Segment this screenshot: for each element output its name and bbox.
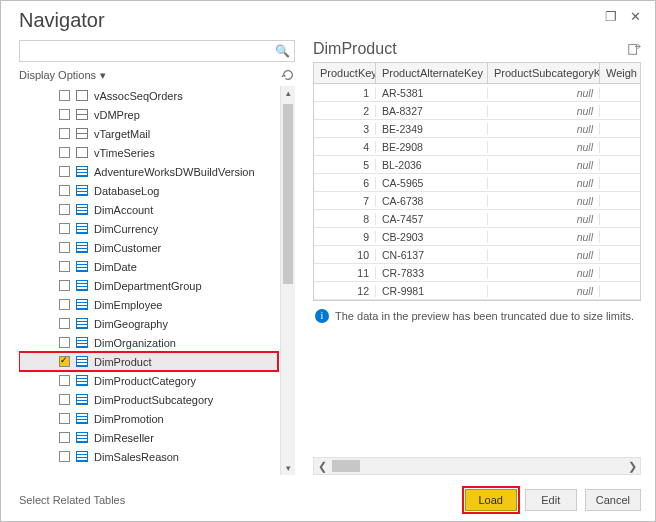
vertical-scrollbar[interactable]: ▴ ▾ xyxy=(280,86,295,475)
table-row[interactable]: 8CA-7457null xyxy=(314,210,640,228)
refresh-icon[interactable] xyxy=(281,68,295,82)
cell: null xyxy=(488,213,600,225)
tree-item[interactable]: DatabaseLog xyxy=(19,181,278,200)
dialog-body: 🔍 Display Options ▾ vAssocSeqOrdersvDMPr… xyxy=(1,34,655,481)
cell: BL-2036 xyxy=(376,159,488,171)
export-icon[interactable] xyxy=(627,42,641,56)
scroll-right-icon[interactable]: ❯ xyxy=(624,458,640,474)
tree-item[interactable]: DimProductSubcategory xyxy=(19,390,278,409)
tree-item[interactable]: vTimeSeries xyxy=(19,143,278,162)
checkbox[interactable] xyxy=(59,147,70,158)
checkbox[interactable] xyxy=(59,337,70,348)
table-row[interactable]: 5BL-2036null xyxy=(314,156,640,174)
cell: null xyxy=(488,285,600,297)
checkbox[interactable] xyxy=(59,451,70,462)
search-box[interactable]: 🔍 xyxy=(19,40,295,62)
cell: null xyxy=(488,267,600,279)
search-icon[interactable]: 🔍 xyxy=(275,44,290,58)
tree-item[interactable]: DimDate xyxy=(19,257,278,276)
navigator-dialog: Navigator ❐ ✕ 🔍 Display Options ▾ vAssoc… xyxy=(0,0,656,522)
checkbox[interactable] xyxy=(59,432,70,443)
checkbox[interactable] xyxy=(59,356,70,367)
table-icon xyxy=(76,261,88,272)
scroll-thumb[interactable] xyxy=(332,460,360,472)
table-row[interactable]: 12CR-9981null xyxy=(314,282,640,300)
tree-item[interactable]: vTargetMail xyxy=(19,124,278,143)
table-row[interactable]: 11CR-7833null xyxy=(314,264,640,282)
edit-button[interactable]: Edit xyxy=(525,489,577,511)
column-header[interactable]: ProductSubcategoryKey xyxy=(488,63,600,83)
tree-item-label: DimCustomer xyxy=(94,242,161,254)
tree-item[interactable]: DimOrganization xyxy=(19,333,278,352)
table-icon xyxy=(76,242,88,253)
tree-item-label: DimAccount xyxy=(94,204,153,216)
checkbox[interactable] xyxy=(59,109,70,120)
tree-item-label: DimOrganization xyxy=(94,337,176,349)
tree-item[interactable]: DimCustomer xyxy=(19,238,278,257)
tree-item[interactable]: vDMPrep xyxy=(19,105,278,124)
close-icon[interactable]: ✕ xyxy=(623,9,647,24)
cancel-button[interactable]: Cancel xyxy=(585,489,641,511)
display-options-dropdown[interactable]: Display Options ▾ xyxy=(19,62,295,86)
table-row[interactable]: 7CA-6738null xyxy=(314,192,640,210)
tree-item[interactable]: AdventureWorksDWBuildVersion xyxy=(19,162,278,181)
tree-item[interactable]: DimReseller xyxy=(19,428,278,447)
checkbox[interactable] xyxy=(59,90,70,101)
tree-item[interactable]: DimPromotion xyxy=(19,409,278,428)
checkbox[interactable] xyxy=(59,128,70,139)
tree[interactable]: vAssocSeqOrdersvDMPrepvTargetMailvTimeSe… xyxy=(19,86,280,475)
tree-item[interactable]: DimDepartmentGroup xyxy=(19,276,278,295)
scroll-thumb[interactable] xyxy=(283,104,293,284)
table-row[interactable]: 9CB-2903null xyxy=(314,228,640,246)
column-header[interactable]: ProductAlternateKey xyxy=(376,63,488,83)
tree-item-label: DimSalesReason xyxy=(94,451,179,463)
tree-item[interactable]: vAssocSeqOrders xyxy=(19,86,278,105)
checkbox[interactable] xyxy=(59,242,70,253)
column-header[interactable]: Weigh xyxy=(600,63,640,83)
column-header[interactable]: ProductKey xyxy=(314,63,376,83)
table-row[interactable]: 2BA-8327null xyxy=(314,102,640,120)
scroll-up-icon[interactable]: ▴ xyxy=(281,86,295,100)
tree-item[interactable]: DimCurrency xyxy=(19,219,278,238)
cell: 12 xyxy=(314,285,376,297)
table-row[interactable]: 6CA-5965null xyxy=(314,174,640,192)
checkbox[interactable] xyxy=(59,318,70,329)
tree-item[interactable]: DimAccount xyxy=(19,200,278,219)
table-row[interactable]: 3BE-2349null xyxy=(314,120,640,138)
checkbox[interactable] xyxy=(59,413,70,424)
checkbox[interactable] xyxy=(59,261,70,272)
tree-item-label: DimPromotion xyxy=(94,413,164,425)
checkbox[interactable] xyxy=(59,223,70,234)
table-icon xyxy=(76,166,88,177)
checkbox[interactable] xyxy=(59,375,70,386)
cell: 9 xyxy=(314,231,376,243)
search-input[interactable] xyxy=(24,44,275,58)
horizontal-scrollbar[interactable]: ❮ ❯ xyxy=(313,457,641,475)
scroll-down-icon[interactable]: ▾ xyxy=(281,461,295,475)
checkbox[interactable] xyxy=(59,280,70,291)
checkbox[interactable] xyxy=(59,394,70,405)
cell: BE-2908 xyxy=(376,141,488,153)
load-button[interactable]: Load xyxy=(465,489,517,511)
left-pane: 🔍 Display Options ▾ vAssocSeqOrdersvDMPr… xyxy=(19,40,295,475)
table-icon xyxy=(76,394,88,405)
tree-item[interactable]: DimEmployee xyxy=(19,295,278,314)
tree-item-label: DimReseller xyxy=(94,432,154,444)
checkbox[interactable] xyxy=(59,185,70,196)
view-icon xyxy=(76,109,88,120)
select-related-tables-button[interactable]: Select Related Tables xyxy=(19,489,125,511)
cell: CR-7833 xyxy=(376,267,488,279)
tree-item[interactable]: DimSalesReason xyxy=(19,447,278,466)
table-row[interactable]: 4BE-2908null xyxy=(314,138,640,156)
tree-item[interactable]: DimProductCategory xyxy=(19,371,278,390)
tree-item[interactable]: DimGeography xyxy=(19,314,278,333)
checkbox[interactable] xyxy=(59,299,70,310)
table-row[interactable]: 10CN-6137null xyxy=(314,246,640,264)
restore-icon[interactable]: ❐ xyxy=(599,9,623,24)
cell: null xyxy=(488,123,600,135)
tree-item[interactable]: DimProduct xyxy=(19,352,278,371)
scroll-left-icon[interactable]: ❮ xyxy=(314,458,330,474)
table-row[interactable]: 1AR-5381null xyxy=(314,84,640,102)
checkbox[interactable] xyxy=(59,166,70,177)
checkbox[interactable] xyxy=(59,204,70,215)
